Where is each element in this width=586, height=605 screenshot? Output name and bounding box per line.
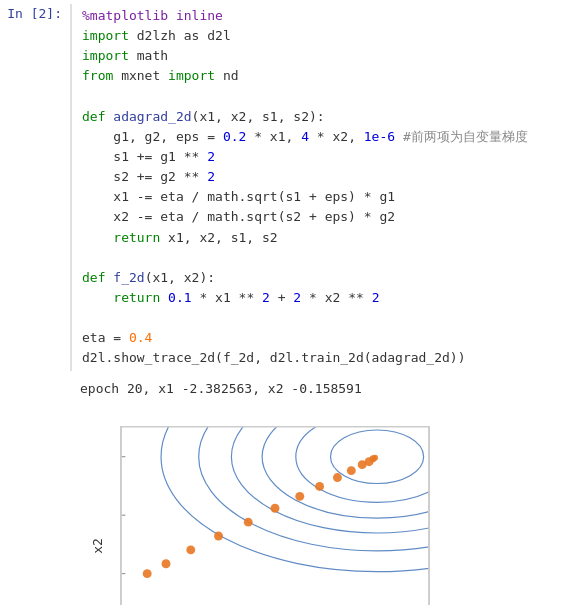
code-line — [82, 87, 582, 107]
code-token: 4 — [301, 129, 309, 144]
code-token: 2 — [262, 290, 270, 305]
code-token: 2 — [372, 290, 380, 305]
svg-point-8 — [162, 559, 171, 568]
code-token: import — [168, 68, 223, 83]
code-line — [82, 308, 582, 328]
output-area: epoch 20, x1 -2.382563, x2 -0.158591 x2 — [0, 375, 586, 605]
code-token: 2 — [207, 169, 215, 184]
code-token: def — [82, 270, 113, 285]
code-token: (x1, x2): — [145, 270, 215, 285]
svg-point-15 — [333, 473, 342, 482]
svg-point-9 — [186, 545, 195, 554]
code-line: return x1, x2, s1, s2 — [82, 228, 582, 248]
code-token — [82, 290, 113, 305]
chart-container: x2 — [80, 406, 450, 605]
svg-point-20 — [372, 455, 378, 461]
code-token: #前两项为自变量梯度 — [403, 129, 528, 144]
code-token — [82, 230, 113, 245]
code-token: * x1 ** — [192, 290, 262, 305]
code-token: x1 -= eta / math.sqrt(s1 + eps) * g1 — [82, 189, 395, 204]
code-token: d2l.show_trace_2d(f_2d, d2l.train_2d(ada… — [82, 350, 466, 365]
code-token: import — [82, 48, 137, 63]
code-token — [395, 129, 403, 144]
code-token: x1, x2, s1, s2 — [160, 230, 277, 245]
code-token: from — [82, 68, 121, 83]
code-token: * x2, — [309, 129, 364, 144]
code-token: s1 += g1 ** — [82, 149, 207, 164]
code-line: s1 += g1 ** 2 — [82, 147, 582, 167]
svg-point-13 — [295, 492, 304, 501]
cell-code[interactable]: %matplotlib inlineimport d2lzh as d2limp… — [70, 4, 586, 371]
code-token: 0.2 — [223, 129, 246, 144]
code-token: * x1, — [246, 129, 301, 144]
cell-in-label: In [2]: — [7, 6, 62, 21]
svg-rect-0 — [121, 427, 428, 605]
code-token: g1, g2, eps = — [82, 129, 223, 144]
svg-point-14 — [315, 482, 324, 491]
code-token: %matplotlib inline — [82, 8, 223, 23]
code-token: 2 — [293, 290, 301, 305]
svg-point-11 — [244, 518, 253, 527]
code-token: mxnet — [121, 68, 168, 83]
code-token: 1e-6 — [364, 129, 395, 144]
code-line: import d2lzh as d2l — [82, 26, 582, 46]
code-token: x2 -= eta / math.sqrt(s2 + eps) * g2 — [82, 209, 395, 224]
code-token — [160, 290, 168, 305]
code-line: x1 -= eta / math.sqrt(s1 + eps) * g1 — [82, 187, 582, 207]
code-line: eta = 0.4 — [82, 328, 582, 348]
code-line: from mxnet import nd — [82, 66, 582, 86]
code-line: def adagrad_2d(x1, x2, s1, s2): — [82, 107, 582, 127]
svg-point-16 — [347, 466, 356, 475]
code-token: 0.4 — [129, 330, 152, 345]
code-line: g1, g2, eps = 0.2 * x1, 4 * x2, 1e-6 #前两… — [82, 127, 582, 147]
code-line: x2 -= eta / math.sqrt(s2 + eps) * g2 — [82, 207, 582, 227]
code-token: d2lzh as d2l — [137, 28, 231, 43]
code-token: f_2d — [113, 270, 144, 285]
y-axis-label: x2 — [90, 538, 105, 554]
code-token: return — [113, 230, 160, 245]
svg-point-10 — [214, 532, 223, 541]
svg-point-7 — [143, 569, 152, 578]
cell-label: In [2]: — [0, 4, 70, 371]
code-line: s2 += g2 ** 2 — [82, 167, 582, 187]
code-line: return 0.1 * x1 ** 2 + 2 * x2 ** 2 — [82, 288, 582, 308]
code-token: import — [82, 28, 137, 43]
notebook-cell: In [2]: %matplotlib inlineimport d2lzh a… — [0, 0, 586, 375]
code-line: def f_2d(x1, x2): — [82, 268, 582, 288]
code-token: 0.1 — [168, 290, 191, 305]
code-token: * x2 ** — [301, 290, 371, 305]
code-token: def — [82, 109, 113, 124]
svg-point-12 — [271, 504, 280, 513]
code-line: d2l.show_trace_2d(f_2d, d2l.train_2d(ada… — [82, 348, 582, 368]
output-text: epoch 20, x1 -2.382563, x2 -0.158591 — [80, 379, 586, 407]
code-token: 2 — [207, 149, 215, 164]
code-token: s2 += g2 ** — [82, 169, 207, 184]
code-token: math — [137, 48, 168, 63]
code-line: import math — [82, 46, 582, 66]
code-token: nd — [223, 68, 239, 83]
code-token: adagrad_2d — [113, 109, 191, 124]
code-token: eta = — [82, 330, 129, 345]
code-token: + — [270, 290, 293, 305]
code-token: return — [113, 290, 160, 305]
code-line: %matplotlib inline — [82, 6, 582, 26]
code-token: (x1, x2, s1, s2): — [192, 109, 325, 124]
chart-svg: 0 −1 −2 −3 −4 −2 — [121, 427, 429, 605]
chart-inner: 0 −1 −2 −3 −4 −2 — [120, 426, 430, 605]
code-line — [82, 248, 582, 268]
